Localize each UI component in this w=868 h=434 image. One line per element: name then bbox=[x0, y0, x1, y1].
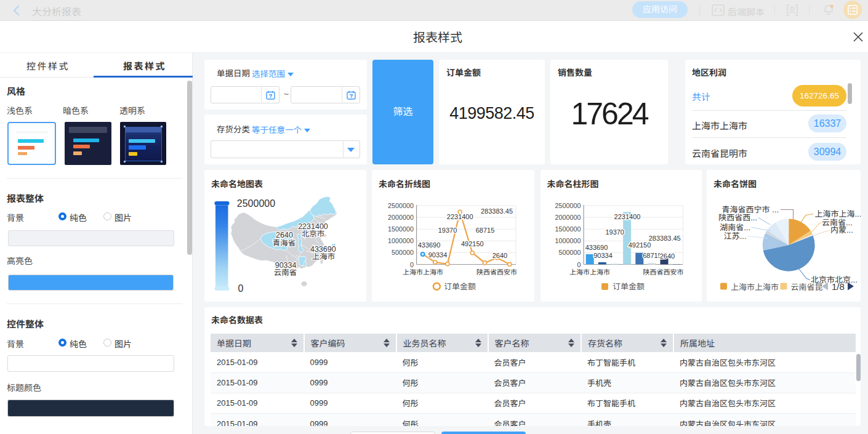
svg-text:500000: 500000 bbox=[392, 249, 414, 256]
svg-text:青海省: 青海省 bbox=[273, 239, 296, 247]
svg-text:上海市上海市: 上海市上海市 bbox=[731, 283, 779, 292]
svg-text:北京市: 北京市 bbox=[302, 230, 325, 238]
svg-text:云南省: 云南省 bbox=[274, 268, 297, 277]
svg-text:2500000: 2500000 bbox=[237, 198, 275, 209]
svg-text:上海市: 上海市 bbox=[312, 252, 336, 261]
svg-text:1500000: 1500000 bbox=[388, 225, 414, 233]
svg-text:2000000: 2000000 bbox=[388, 214, 414, 221]
svg-text:陕西省西安市: 陕西省西安市 bbox=[643, 268, 683, 276]
svg-text:68715: 68715 bbox=[643, 252, 662, 259]
svg-text:2500000: 2500000 bbox=[555, 202, 581, 209]
svg-text:68715: 68715 bbox=[476, 227, 495, 234]
svg-text:1/8: 1/8 bbox=[832, 281, 845, 292]
svg-text:江苏...: 江苏... bbox=[724, 231, 747, 241]
svg-text:492150: 492150 bbox=[628, 241, 651, 249]
svg-text:19370: 19370 bbox=[438, 227, 457, 234]
svg-text:上海市上海...: 上海市上海... bbox=[815, 209, 861, 219]
svg-text:90334: 90334 bbox=[593, 252, 613, 259]
svg-text:492150: 492150 bbox=[461, 240, 484, 247]
svg-text:433690: 433690 bbox=[585, 244, 608, 251]
svg-text:2640: 2640 bbox=[659, 252, 674, 260]
svg-text:1500000: 1500000 bbox=[555, 225, 581, 233]
svg-text:2231400: 2231400 bbox=[447, 213, 473, 220]
svg-text:上海市上海市: 上海市上海市 bbox=[403, 268, 443, 276]
svg-text:湖南省...: 湖南省... bbox=[720, 223, 750, 232]
svg-text:1000000: 1000000 bbox=[555, 237, 581, 244]
svg-text:陕西省西...: 陕西省西... bbox=[718, 213, 757, 222]
svg-text:0: 0 bbox=[577, 261, 581, 268]
svg-text:283383.45: 283383.45 bbox=[648, 235, 680, 242]
svg-text:2500000: 2500000 bbox=[388, 202, 414, 209]
svg-text:90334: 90334 bbox=[428, 251, 448, 259]
svg-text:2000000: 2000000 bbox=[555, 214, 581, 221]
svg-text:订单金额: 订单金额 bbox=[613, 282, 645, 291]
svg-text:订单金额: 订单金额 bbox=[444, 282, 476, 291]
svg-text:433690: 433690 bbox=[418, 241, 441, 249]
svg-text:19370: 19370 bbox=[605, 228, 624, 236]
svg-text:2640: 2640 bbox=[276, 231, 293, 239]
svg-text:云南省昆: 云南省昆 bbox=[791, 283, 823, 292]
svg-text:0: 0 bbox=[238, 283, 243, 294]
svg-text:上海市上海市: 上海市上海市 bbox=[569, 268, 610, 276]
svg-text:283383.45: 283383.45 bbox=[481, 207, 513, 215]
svg-text:内蒙...: 内蒙... bbox=[830, 225, 853, 235]
svg-text:2231400: 2231400 bbox=[614, 213, 640, 220]
svg-text:陕西省西安市: 陕西省西安市 bbox=[476, 268, 517, 276]
svg-text:0: 0 bbox=[410, 261, 414, 268]
svg-text:1000000: 1000000 bbox=[388, 237, 414, 244]
svg-text:500000: 500000 bbox=[558, 249, 581, 256]
svg-text:2640: 2640 bbox=[492, 252, 507, 259]
